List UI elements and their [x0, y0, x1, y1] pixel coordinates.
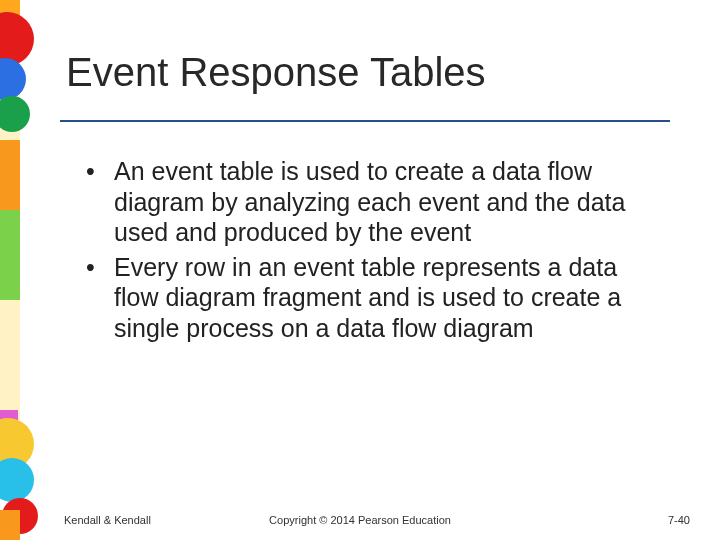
footer-page-number: 7-40 — [668, 514, 690, 526]
bullet-list: An event table is used to create a data … — [86, 156, 656, 343]
slide: Event Response Tables An event table is … — [0, 0, 720, 540]
footer-author: Kendall & Kendall — [64, 514, 151, 526]
bullet-item: An event table is used to create a data … — [86, 156, 656, 248]
slide-body: An event table is used to create a data … — [86, 156, 656, 347]
footer-copyright: Copyright © 2014 Pearson Education — [269, 514, 451, 526]
bullet-item: Every row in an event table represents a… — [86, 252, 656, 344]
slide-title: Event Response Tables — [66, 49, 486, 95]
title-underline — [60, 120, 670, 122]
decorative-side-strip — [0, 0, 28, 540]
